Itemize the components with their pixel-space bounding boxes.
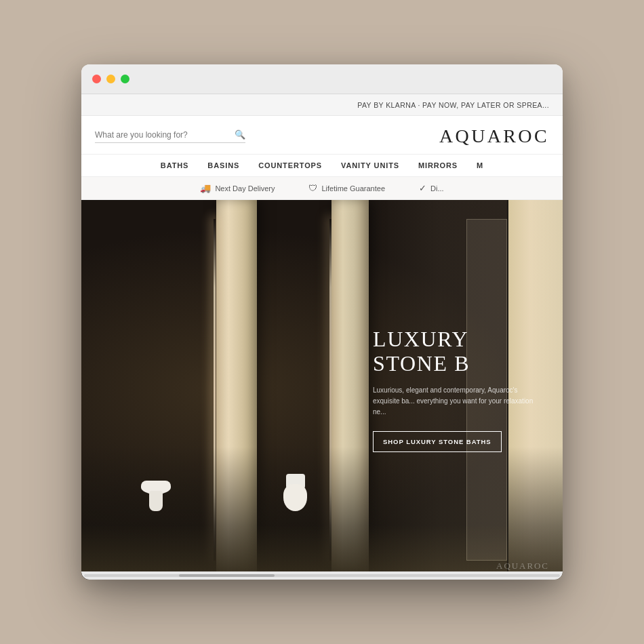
toilet — [283, 474, 307, 511]
feature-guarantee: 🛡 Lifetime Guarantee — [308, 183, 385, 193]
search-area[interactable]: 🔍 — [95, 129, 245, 143]
features-bar: 🚚 Next Day Delivery 🛡 Lifetime Guarantee… — [81, 177, 563, 200]
traffic-lights — [92, 75, 129, 83]
search-icon: 🔍 — [235, 129, 245, 140]
hero-image: LUXURY STONE B Luxurious, elegant and co… — [81, 200, 563, 580]
feature-guarantee-label: Lifetime Guarantee — [321, 184, 385, 193]
browser-window: PAY BY KLARNA · PAY NOW, PAY LATER OR SP… — [81, 64, 563, 580]
basin-pedestal — [149, 491, 163, 511]
watermark: AQUAROC — [496, 561, 549, 571]
feature-delivery: 🚚 Next Day Delivery — [200, 183, 275, 193]
nav-item-more[interactable]: M — [477, 161, 483, 169]
hero-section: LUXURY STONE B Luxurious, elegant and co… — [81, 200, 563, 580]
announcement-bar: PAY BY KLARNA · PAY NOW, PAY LATER OR SP… — [81, 94, 563, 116]
delivery-icon: 🚚 — [200, 183, 211, 193]
hero-subtitle: Luxurious, elegant and contemporary, Aqu… — [373, 385, 546, 418]
maximize-button[interactable] — [121, 75, 129, 83]
header: 🔍 AQUAROC — [81, 116, 563, 155]
feature-extra-label: Di... — [430, 184, 444, 193]
minimize-button[interactable] — [106, 75, 115, 83]
desktop-background: PAY BY KLARNA · PAY NOW, PAY LATER OR SP… — [0, 0, 644, 644]
nav-item-mirrors[interactable]: MIRRORS — [418, 161, 458, 169]
feature-delivery-label: Next Day Delivery — [215, 184, 275, 193]
toilet-body — [283, 484, 307, 511]
scrollbar-thumb[interactable] — [179, 574, 274, 577]
logo: AQUAROC — [439, 125, 549, 147]
title-bar — [81, 64, 563, 94]
nav-bar: BATHS BASINS COUNTERTOPS VANITY UNITS MI… — [81, 155, 563, 177]
check-icon: ✓ — [419, 183, 426, 193]
browser-content: PAY BY KLARNA · PAY NOW, PAY LATER OR SP… — [81, 94, 563, 580]
close-button[interactable] — [92, 75, 101, 83]
nav-item-vanity-units[interactable]: VANITY UNITS — [341, 161, 399, 169]
nav-item-baths[interactable]: BATHS — [161, 161, 188, 169]
guarantee-icon: 🛡 — [308, 183, 317, 193]
nav-item-basins[interactable]: BASINS — [207, 161, 239, 169]
scrollbar-area[interactable] — [81, 571, 563, 580]
basin — [139, 467, 173, 511]
feature-extra: ✓ Di... — [419, 183, 444, 193]
hero-content: LUXURY STONE B Luxurious, elegant and co… — [359, 200, 563, 580]
nav-item-countertops[interactable]: COUNTERTOPS — [258, 161, 322, 169]
search-input[interactable] — [95, 130, 230, 140]
announcement-text: PAY BY KLARNA · PAY NOW, PAY LATER OR SP… — [357, 101, 549, 109]
scrollbar-track — [84, 574, 560, 577]
hero-title: LUXURY STONE B — [373, 327, 546, 375]
hero-cta-button[interactable]: SHOP LUXURY STONE BATHS — [373, 431, 502, 452]
